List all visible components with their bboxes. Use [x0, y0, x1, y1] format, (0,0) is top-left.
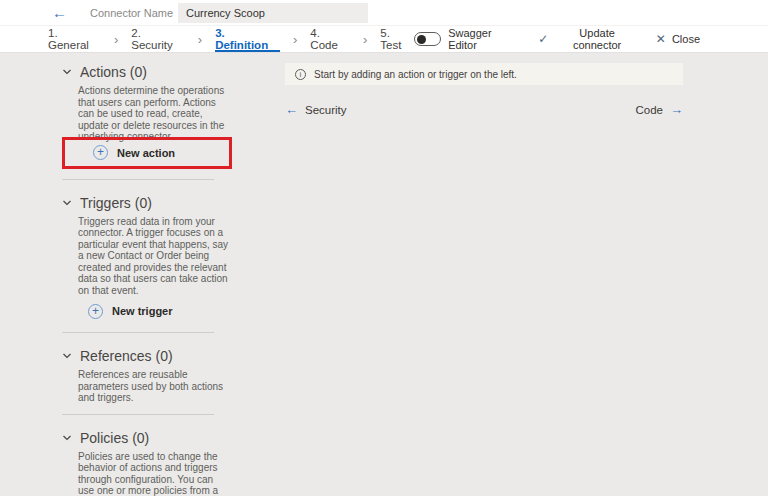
section-references-title: References (0)	[80, 348, 173, 364]
step-separator-icon: ›	[185, 26, 215, 52]
section-divider	[62, 332, 214, 333]
chevron-down-icon	[62, 351, 72, 361]
chevron-down-icon	[62, 433, 72, 443]
step-security[interactable]: 2. Security	[131, 26, 185, 52]
step-separator-icon: ›	[101, 26, 131, 52]
update-connector-button[interactable]: ✓ Update connector	[538, 27, 640, 51]
info-banner: i Start by adding an action or trigger o…	[285, 63, 683, 85]
section-policies: Policies (0) Policies are used to change…	[62, 429, 232, 496]
new-action-label: New action	[117, 147, 175, 159]
section-references-description: References are reusable parameters used …	[78, 369, 230, 404]
new-trigger-button[interactable]: + New trigger	[62, 300, 173, 322]
plus-circle-icon: +	[93, 145, 108, 160]
security-back-link[interactable]: ← Security	[285, 102, 347, 117]
checkmark-icon: ✓	[538, 32, 548, 46]
tutorial-highlight-box: + New action	[62, 137, 232, 169]
definition-sidebar: Actions (0) Actions determine the operat…	[62, 63, 232, 496]
connector-name-label: Connector Name	[90, 7, 178, 19]
close-button[interactable]: ✕ Close	[656, 32, 700, 46]
step-general[interactable]: 1. General	[48, 26, 101, 52]
toggle-off-icon	[414, 32, 442, 46]
section-actions: Actions (0) Actions determine the operat…	[62, 63, 232, 180]
wizard-nav-bar: 1. General › 2. Security › 3. Definition…	[0, 26, 768, 53]
section-references: References (0) References are reusable p…	[62, 347, 232, 415]
code-forward-link[interactable]: Code →	[636, 102, 684, 117]
back-arrow-icon: ←	[52, 4, 67, 21]
section-divider	[62, 414, 214, 415]
connector-editor-page: ← Connector Name 1. General › 2. Securit…	[0, 0, 768, 496]
update-connector-label: Update connector	[554, 27, 639, 51]
section-actions-header[interactable]: Actions (0)	[62, 63, 232, 81]
section-policies-description: Policies are used to change the behavior…	[78, 451, 230, 496]
swagger-editor-label: Swagger Editor	[448, 27, 522, 51]
header-bar: ← Connector Name	[0, 0, 768, 26]
section-divider	[62, 179, 214, 180]
step-code[interactable]: 4. Code	[310, 26, 350, 52]
new-trigger-label: New trigger	[112, 305, 173, 317]
content-area: Actions (0) Actions determine the operat…	[0, 53, 768, 496]
connector-name-input[interactable]	[178, 3, 368, 23]
wizard-steps: 1. General › 2. Security › 3. Definition…	[48, 26, 414, 52]
new-action-button[interactable]: + New action	[67, 142, 175, 164]
step-separator-icon: ›	[350, 26, 380, 52]
step-separator-icon: ›	[280, 26, 310, 52]
plus-circle-icon: +	[88, 304, 103, 319]
section-actions-description: Actions determine the operations that us…	[78, 85, 230, 143]
section-triggers-description: Triggers read data in from your connecto…	[78, 216, 230, 297]
section-triggers-title: Triggers (0)	[80, 195, 152, 211]
chevron-down-icon	[62, 67, 72, 77]
back-button[interactable]: ←	[52, 5, 76, 20]
section-references-header[interactable]: References (0)	[62, 347, 232, 365]
code-forward-label: Code	[636, 104, 664, 116]
pager-links: ← Security Code →	[285, 102, 683, 117]
section-triggers: Triggers (0) Triggers read data in from …	[62, 194, 232, 334]
chevron-down-icon	[62, 198, 72, 208]
section-actions-title: Actions (0)	[80, 64, 147, 80]
section-policies-header[interactable]: Policies (0)	[62, 429, 232, 447]
close-icon: ✕	[656, 32, 666, 46]
arrow-right-icon: →	[670, 102, 683, 117]
section-triggers-header[interactable]: Triggers (0)	[62, 194, 232, 212]
section-policies-title: Policies (0)	[80, 430, 149, 446]
nav-right-controls: Swagger Editor ✓ Update connector ✕ Clos…	[414, 26, 700, 52]
definition-main-panel: i Start by adding an action or trigger o…	[285, 63, 683, 496]
info-icon: i	[295, 69, 306, 80]
step-test[interactable]: 5. Test	[380, 26, 413, 52]
security-back-label: Security	[305, 104, 347, 116]
step-definition[interactable]: 3. Definition	[215, 26, 280, 52]
swagger-editor-toggle[interactable]: Swagger Editor	[414, 27, 523, 51]
close-label: Close	[672, 33, 700, 45]
arrow-left-icon: ←	[285, 102, 298, 117]
info-banner-text: Start by adding an action or trigger on …	[314, 69, 517, 80]
